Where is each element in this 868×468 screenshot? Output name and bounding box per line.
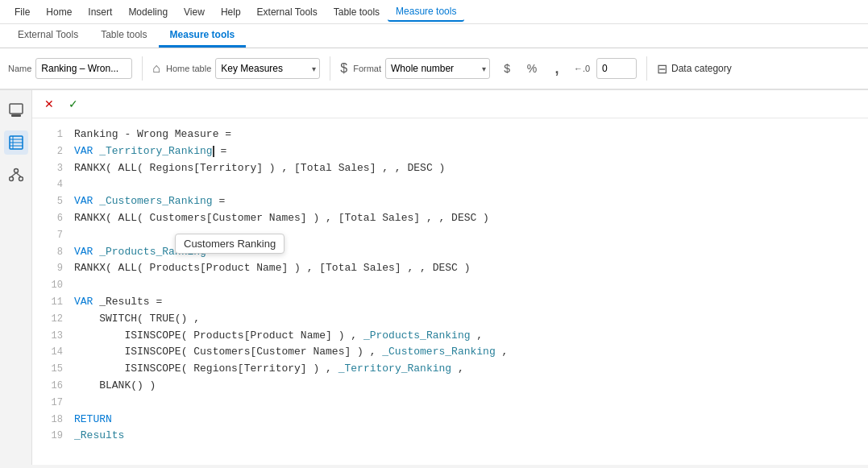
app-container: FileHomeInsertModelingViewHelpExternal T… xyxy=(0,0,868,465)
code-line-1: 1Ranking - Wrong Measure = xyxy=(32,126,868,143)
home-table-select-wrapper: Key MeasuresCustomersProductsRegions xyxy=(215,58,320,79)
line-content-7 xyxy=(74,227,860,244)
line-number-6: 6 xyxy=(40,210,63,226)
menu-item-home[interactable]: Home xyxy=(38,3,80,21)
code-line-6: 6RANKX( ALL( Customers[Customer Names] )… xyxy=(32,210,868,227)
code-line-11: 11VAR _Results = xyxy=(32,294,868,311)
ribbon-format-group: $ Format Whole numberDecimal numberPerce… xyxy=(340,58,490,79)
menu-item-insert[interactable]: Insert xyxy=(80,3,120,21)
line-number-13: 13 xyxy=(40,328,63,344)
line-number-9: 9 xyxy=(40,260,63,276)
format-icon: $ xyxy=(340,61,347,76)
line-content-16: BLANK() ) xyxy=(74,378,860,395)
editor-topbar: ✕ ✓ xyxy=(32,90,868,118)
line-content-19: _Results xyxy=(74,428,860,445)
line-number-18: 18 xyxy=(40,412,63,428)
code-line-15: 15 ISINSCOPE( Regions[Territory] ) , _Te… xyxy=(32,361,868,378)
name-input[interactable] xyxy=(35,58,132,79)
line-number-15: 15 xyxy=(40,361,63,377)
ribbon: Name ⌂ Home table Key MeasuresCustomersP… xyxy=(0,48,868,90)
code-line-14: 14 ISINSCOPE( Customers[Customer Names] … xyxy=(32,344,868,361)
svg-point-8 xyxy=(9,177,13,181)
ribbon-number-format-group: $ % , ←.0 xyxy=(496,58,637,79)
line-content-17 xyxy=(74,395,860,412)
line-content-8: VAR _Products_Ranking = xyxy=(74,244,860,261)
decrease-decimal-button[interactable]: ←.0 xyxy=(571,58,592,79)
code-line-10: 10 xyxy=(32,277,868,294)
decimal-places-input[interactable] xyxy=(596,58,637,79)
percent-button[interactable]: % xyxy=(521,58,542,79)
line-content-9: RANKX( ALL( Products[Product Name] ) , [… xyxy=(74,260,860,277)
line-number-5: 5 xyxy=(40,193,63,209)
code-line-13: 13 ISINSCOPE( Products[Product Name] ) ,… xyxy=(32,328,868,345)
line-content-6: RANKX( ALL( Customers[Customer Names] ) … xyxy=(74,210,860,227)
toolbar-tab-external-tools[interactable]: External Tools xyxy=(6,24,89,48)
code-line-3: 3RANKX( ALL( Regions[Territory] ) , [Tot… xyxy=(32,160,868,177)
line-content-4 xyxy=(74,176,860,193)
menu-item-table-tools[interactable]: Table tools xyxy=(326,3,388,21)
code-line-18: 18RETURN xyxy=(32,412,868,429)
menu-item-file[interactable]: File xyxy=(6,3,38,21)
toolbar-tab-table-tools[interactable]: Table tools xyxy=(89,24,158,48)
svg-line-10 xyxy=(11,173,16,177)
cancel-edit-button[interactable]: ✕ xyxy=(40,95,58,113)
home-icon: ⌂ xyxy=(152,61,160,76)
main-area: ✕ ✓ 1Ranking - Wrong Measure =2VAR _Terr… xyxy=(0,90,868,465)
code-line-17: 17 xyxy=(32,395,868,412)
sidebar xyxy=(0,90,32,465)
line-content-2: VAR _Territory_Ranking = xyxy=(74,143,860,160)
code-line-7: 7 xyxy=(32,227,868,244)
currency-button[interactable]: $ xyxy=(496,58,517,79)
line-number-19: 19 xyxy=(40,428,63,444)
line-content-13: ISINSCOPE( Products[Product Name] ) , _P… xyxy=(74,328,860,345)
toolbar-tab-measure-tools[interactable]: Measure tools xyxy=(159,24,247,48)
comma-button[interactable]: , xyxy=(546,58,567,79)
confirm-edit-button[interactable]: ✓ xyxy=(64,95,82,113)
line-content-12: SWITCH( TRUE() , xyxy=(74,311,860,328)
toolbar-tabs: External ToolsTable toolsMeasure tools xyxy=(0,24,868,48)
data-category-label: Data category xyxy=(671,63,732,74)
line-number-14: 14 xyxy=(40,344,63,360)
menu-item-view[interactable]: View xyxy=(176,3,213,21)
line-content-18: RETURN xyxy=(74,412,860,429)
line-content-15: ISINSCOPE( Regions[Territory] ) , _Terri… xyxy=(74,361,860,378)
line-number-10: 10 xyxy=(40,277,63,293)
svg-rect-0 xyxy=(10,104,23,114)
menu-bar: FileHomeInsertModelingViewHelpExternal T… xyxy=(0,0,868,24)
ribbon-home-table-group: ⌂ Home table Key MeasuresCustomersProduc… xyxy=(152,58,320,79)
line-content-10 xyxy=(74,277,860,294)
editor-area: ✕ ✓ 1Ranking - Wrong Measure =2VAR _Terr… xyxy=(32,90,868,465)
model-view-icon[interactable] xyxy=(4,163,28,187)
name-label: Name xyxy=(8,64,31,73)
data-view-icon[interactable] xyxy=(4,130,28,155)
menu-item-external-tools[interactable]: External Tools xyxy=(249,3,326,21)
svg-point-7 xyxy=(14,169,18,173)
svg-rect-1 xyxy=(11,114,21,117)
code-line-12: 12 SWITCH( TRUE() , xyxy=(32,311,868,328)
divider-2 xyxy=(330,56,330,81)
line-number-11: 11 xyxy=(40,294,63,310)
home-table-select[interactable]: Key MeasuresCustomersProductsRegions xyxy=(215,58,320,79)
line-number-17: 17 xyxy=(40,395,63,411)
divider-1 xyxy=(142,56,143,81)
code-line-5: 5VAR _Customers_Ranking = xyxy=(32,193,868,210)
line-number-4: 4 xyxy=(40,176,63,193)
line-content-1: Ranking - Wrong Measure = xyxy=(74,126,860,143)
line-number-16: 16 xyxy=(40,378,63,394)
ribbon-name-group: Name xyxy=(8,58,132,79)
format-select[interactable]: Whole numberDecimal numberPercentageCurr… xyxy=(385,58,490,79)
code-line-16: 16 BLANK() ) xyxy=(32,378,868,395)
report-view-icon[interactable] xyxy=(4,98,28,122)
code-line-19: 19_Results xyxy=(32,428,868,445)
code-editor[interactable]: 1Ranking - Wrong Measure =2VAR _Territor… xyxy=(32,118,868,465)
line-number-7: 7 xyxy=(40,227,63,243)
line-content-5: VAR _Customers_Ranking = xyxy=(74,193,860,210)
menu-item-measure-tools[interactable]: Measure tools xyxy=(388,2,464,22)
divider-3 xyxy=(646,56,647,81)
menu-item-modeling[interactable]: Modeling xyxy=(120,3,176,21)
ribbon-data-category-group: ⊟ Data category xyxy=(657,61,732,77)
code-line-2: 2VAR _Territory_Ranking = xyxy=(32,143,868,160)
code-line-9: 9RANKX( ALL( Products[Product Name] ) , … xyxy=(32,260,868,277)
menu-item-help[interactable]: Help xyxy=(213,3,249,21)
line-number-1: 1 xyxy=(40,126,63,143)
